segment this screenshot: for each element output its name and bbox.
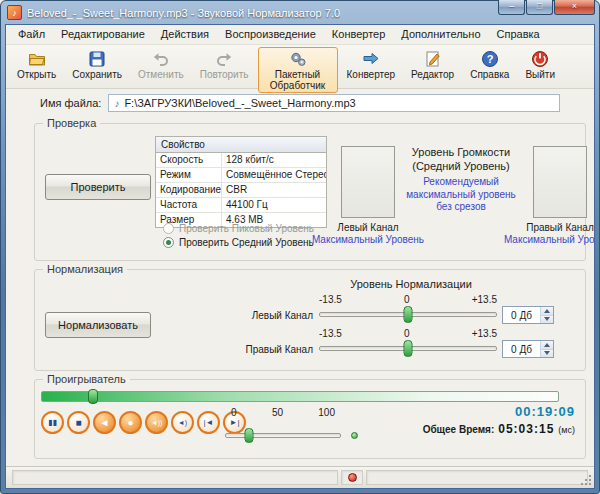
rewind-button[interactable]: ◄: [93, 411, 116, 434]
player-buttons: ▮▮ ■ ◄ ● ◄)) ◄) |◄ ►|: [41, 411, 246, 434]
toolbar-open-label: Открыть: [17, 69, 56, 80]
help-question-icon: ?: [481, 50, 499, 68]
left-scale: -13.5 0 +13.5: [319, 294, 497, 305]
spin-down-button[interactable]: [541, 316, 553, 324]
toolbar-redo-button: Повторить: [193, 47, 256, 82]
right-level-meter: [533, 146, 587, 218]
left-db-spinbox[interactable]: 0 Дб: [502, 306, 554, 324]
record-icon: ●: [127, 418, 133, 428]
toolbar-save-button[interactable]: Сохранить: [65, 47, 129, 82]
app-icon: ♪: [7, 5, 22, 20]
scale-min-label: -13.5: [319, 294, 342, 305]
left-db-value[interactable]: 0 Дб: [503, 307, 540, 323]
left-level-meter: [341, 146, 395, 218]
player-group: Проигрыватель ▮▮ ■ ◄ ● ◄)) ◄) |◄ ►| 0 50…: [34, 379, 586, 459]
volume-level-heading: Уровень Громкости (Средний Уровень): [395, 146, 527, 174]
right-slider-thumb[interactable]: [404, 340, 413, 357]
radio-average-label: Проверить Средний Уровень: [179, 237, 314, 248]
volume-scale-100: 100: [318, 407, 335, 418]
client-area: Файл Редактирование Действия Воспроизвед…: [5, 24, 595, 489]
right-normalization-slider[interactable]: [319, 346, 497, 351]
spin-up-button[interactable]: [541, 307, 553, 316]
spin-down-button[interactable]: [541, 350, 553, 358]
normalization-group: Нормализация Нормализовать Уровень Норма…: [34, 269, 586, 371]
arrow-up-icon: [544, 309, 550, 313]
left-channel-slider-label: Левый Канал: [213, 310, 313, 321]
pause-icon: ▮▮: [48, 419, 57, 427]
previous-track-button[interactable]: |◄: [197, 411, 220, 434]
property-name: Кодирование: [156, 183, 222, 197]
next-track-icon: ►|: [230, 419, 240, 427]
scale-mid-label: 0: [404, 294, 410, 305]
spin-up-button[interactable]: [541, 341, 553, 350]
status-bar: [6, 466, 594, 488]
toolbar-exit-button[interactable]: Выйти: [518, 47, 562, 82]
menu-item-file[interactable]: Файл: [10, 25, 53, 44]
record-button[interactable]: ●: [119, 411, 142, 434]
resize-grip[interactable]: [579, 473, 591, 485]
radio-check-peak-level: Проверить Пиковый Уровень: [163, 223, 314, 234]
toolbar-open-button[interactable]: Открыть: [10, 47, 63, 82]
toolbar-batch-processor-button[interactable]: Пакетный Обработчик: [258, 47, 338, 93]
left-spin-arrows: [540, 307, 553, 323]
right-channel-caption: Правый Канал Максимальный Уровень: [502, 222, 595, 245]
table-row: Кодирование CBR: [156, 183, 326, 198]
arrow-down-icon: [544, 317, 550, 321]
window-controls: – □ ×: [497, 0, 595, 15]
menu-item-converter[interactable]: Конвертер: [324, 25, 393, 44]
property-name: Скорость: [156, 153, 222, 167]
property-value: 44100 Гц: [222, 198, 326, 212]
volume-thumb[interactable]: [244, 428, 253, 443]
stop-button[interactable]: ■: [67, 411, 90, 434]
seek-thumb[interactable]: [88, 389, 98, 404]
menu-item-actions[interactable]: Действия: [153, 25, 217, 44]
menu-item-playback[interactable]: Воспроизведение: [217, 25, 324, 44]
left-slider-thumb[interactable]: [404, 306, 413, 323]
table-row: Скорость 128 кбит/с: [156, 153, 326, 168]
close-button[interactable]: ×: [554, 0, 595, 15]
arrow-up-icon: [544, 343, 550, 347]
file-path-text: F:\ЗАГРУЗКИ\Beloved_-_Sweet_Harmony.mp3: [124, 97, 355, 109]
right-db-value[interactable]: 0 Дб: [503, 341, 540, 357]
check-group: Проверка Проверить Свойство Скорость 128…: [34, 123, 586, 261]
radio-check-average-level[interactable]: Проверить Средний Уровень: [163, 237, 314, 248]
status-panel-indicator: [341, 470, 363, 485]
toolbar-batch-processor-label: Пакетный Обработчик: [265, 69, 331, 91]
titlebar[interactable]: ♪ Beloved_-_Sweet_Harmony.mp3 - Звуковой…: [5, 1, 595, 24]
radio-selected-icon: [163, 237, 174, 248]
check-group-title: Проверка: [43, 117, 100, 129]
status-panel-main: [12, 470, 338, 485]
file-path-field[interactable]: ♪ F:\ЗАГРУЗКИ\Beloved_-_Sweet_Harmony.mp…: [108, 94, 560, 112]
mute-speaker-icon: ◄): [178, 419, 187, 426]
volume-button[interactable]: ◄)): [145, 411, 168, 434]
toolbar-converter-label: Конвертер: [347, 69, 396, 80]
scale-mid-label: 0: [404, 328, 410, 339]
minimize-button[interactable]: –: [498, 0, 525, 15]
pause-button[interactable]: ▮▮: [41, 411, 64, 434]
table-row: Частота 44100 Гц: [156, 198, 326, 213]
maximize-button[interactable]: □: [526, 0, 553, 15]
volume-slider[interactable]: [225, 433, 341, 438]
left-channel-label: Левый Канал: [337, 222, 398, 233]
toolbar-editor-button[interactable]: Редактор: [404, 47, 461, 82]
right-channel-slider-label: Правый Канал: [213, 344, 313, 355]
menu-item-edit[interactable]: Редактирование: [53, 25, 153, 44]
redo-arrow-icon: [215, 50, 233, 68]
normalize-button[interactable]: Нормализовать: [45, 312, 151, 338]
mute-button[interactable]: ◄): [171, 411, 194, 434]
toolbar-help-button[interactable]: ? Справка: [463, 47, 516, 82]
normalization-group-title: Нормализация: [43, 263, 127, 275]
menu-item-help[interactable]: Справка: [489, 25, 548, 44]
window-title: Beloved_-_Sweet_Harmony.mp3 - Звуковой Н…: [27, 7, 340, 19]
check-button[interactable]: Проверить: [45, 174, 151, 200]
menu-bar: Файл Редактирование Действия Воспроизвед…: [6, 25, 594, 45]
left-normalization-slider[interactable]: [319, 312, 497, 317]
toolbar-converter-button[interactable]: Конвертер: [340, 47, 403, 82]
seek-slider[interactable]: [41, 391, 559, 402]
menu-item-extra[interactable]: Дополнительно: [393, 25, 488, 44]
right-channel-label: Правый Канал: [526, 222, 593, 233]
right-db-spinbox[interactable]: 0 Дб: [502, 340, 554, 358]
radio-icon: [163, 223, 174, 234]
property-value: CBR: [222, 183, 326, 197]
arrow-down-icon: [544, 351, 550, 355]
